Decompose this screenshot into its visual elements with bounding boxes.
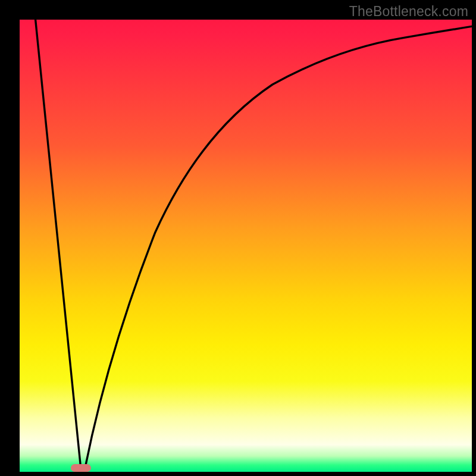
min-marker bbox=[71, 464, 91, 472]
chart-frame: TheBottleneck.com bbox=[0, 0, 476, 476]
bottleneck-curve bbox=[20, 20, 472, 472]
watermark-text: TheBottleneck.com bbox=[349, 4, 468, 20]
plot-area bbox=[20, 20, 472, 472]
